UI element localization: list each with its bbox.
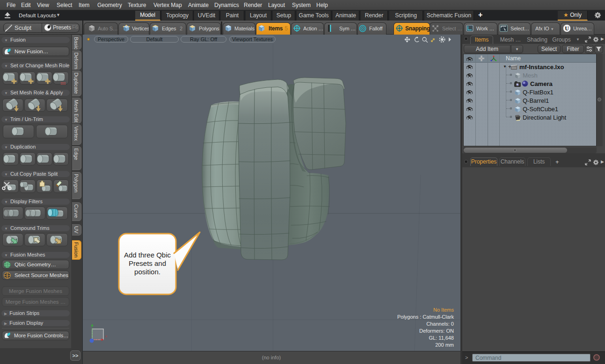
svg-text:x: x	[105, 334, 107, 338]
svg-text:position.: position.	[134, 268, 160, 276]
svg-text:Presets and: Presets and	[129, 259, 166, 267]
svg-text:Add three Qbic: Add three Qbic	[124, 251, 171, 259]
svg-text:U: U	[565, 25, 569, 32]
